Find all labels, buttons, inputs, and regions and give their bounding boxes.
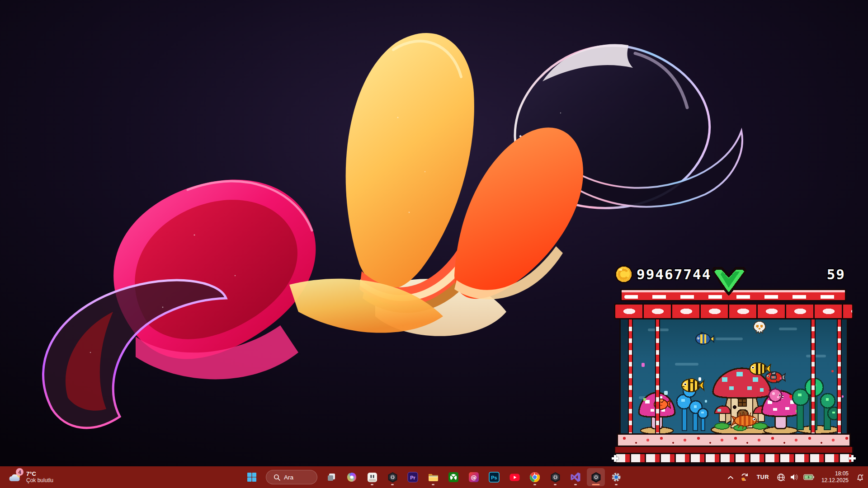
chrome-icon — [529, 472, 540, 483]
unity-icon — [550, 472, 561, 483]
particle — [664, 391, 668, 395]
green-down-arrow-icon[interactable] — [710, 263, 749, 298]
volume-icon — [790, 473, 799, 481]
notification-center-button[interactable]: z — [853, 468, 867, 486]
aquarium-widget[interactable]: 99467744 59 — [614, 263, 854, 466]
particle — [831, 370, 834, 372]
unity-button[interactable] — [546, 468, 564, 486]
tank-floor — [617, 433, 851, 447]
unity-hub-button[interactable] — [383, 468, 401, 486]
tank-post — [837, 319, 842, 433]
task-view-button[interactable] — [322, 468, 340, 486]
battery-button[interactable] — [801, 468, 817, 486]
tank-shade-left — [621, 319, 628, 433]
tank-post — [811, 319, 816, 433]
coin-counter: 99467744 — [637, 266, 711, 282]
tank-post — [655, 319, 660, 433]
lionfish — [731, 410, 761, 431]
search-box[interactable]: Ara — [266, 470, 317, 484]
search-icon — [274, 474, 280, 481]
svg-text:z: z — [862, 474, 863, 476]
photoshop-button[interactable]: Ps — [485, 468, 503, 486]
folder-icon — [428, 472, 439, 483]
notification-bell-icon: z — [856, 473, 864, 482]
skull-bubble-icon — [751, 320, 768, 335]
water-streak — [779, 328, 797, 330]
tray-time: 18:05 — [821, 470, 849, 477]
svg-text:Pr: Pr — [410, 475, 415, 480]
plus-ornament — [612, 455, 618, 462]
volume-button[interactable] — [787, 468, 802, 486]
update-pending-icon — [740, 473, 749, 482]
unity-editor-icon — [590, 472, 602, 483]
water-streak — [716, 338, 743, 340]
tray-date: 12.12.2025 — [821, 477, 849, 484]
system-tray: TUR — [725, 466, 867, 488]
network-status-button[interactable] — [774, 468, 788, 486]
visual-studio-icon — [570, 472, 581, 483]
tray-overflow-button[interactable] — [725, 468, 736, 486]
chevron-up-icon — [727, 475, 734, 479]
battery-charging-icon — [803, 474, 814, 480]
file-explorer-button[interactable] — [424, 468, 442, 486]
update-pending-button[interactable] — [737, 468, 752, 486]
outlet-app-button[interactable] — [363, 468, 381, 486]
particle — [705, 400, 707, 403]
pufferfish — [766, 386, 784, 404]
angelfish — [693, 330, 715, 347]
premiere-pro-button[interactable]: Pr — [404, 468, 422, 486]
photoshop-icon: Ps — [489, 472, 500, 483]
particle — [642, 363, 645, 367]
chrome-button[interactable] — [526, 468, 544, 486]
level-counter: 59 — [827, 266, 845, 282]
premiere-pro-icon: Pr — [407, 472, 418, 483]
water-streak — [675, 363, 698, 366]
visual-studio-button[interactable] — [566, 468, 585, 486]
tank-base-band — [614, 447, 854, 453]
svg-text:Ps: Ps — [491, 475, 497, 480]
gear-icon — [611, 472, 622, 483]
youtube-button[interactable] — [505, 468, 524, 486]
particle — [698, 377, 701, 381]
robot-fish — [764, 370, 786, 385]
tank-candy-bar — [614, 303, 854, 319]
language-indicator[interactable]: TUR — [753, 468, 773, 486]
xbox-button[interactable] — [444, 468, 462, 486]
windows-logo-icon — [247, 472, 257, 482]
clock[interactable]: 18:05 12.12.2025 — [818, 468, 852, 486]
youtube-icon — [509, 472, 520, 483]
copilot-icon — [346, 472, 357, 483]
tank-post — [628, 319, 633, 433]
no-internet-icon — [777, 473, 785, 482]
plus-ornament — [849, 455, 856, 462]
desktop: 99467744 59 — [0, 0, 868, 488]
search-label: Ara — [284, 474, 293, 481]
unity-editor-button[interactable] — [587, 468, 605, 486]
tank-base-stripes — [615, 453, 853, 464]
taskbar: 4 7°C Çok bulutlu Ara — [0, 466, 868, 488]
unity-hub-icon — [387, 472, 398, 483]
at-symbol-app-icon: @ — [468, 472, 479, 483]
task-view-icon — [326, 472, 336, 482]
outlet-app-icon — [367, 472, 378, 483]
tank-water — [619, 319, 848, 433]
particle — [780, 377, 782, 380]
svg-text:@: @ — [471, 474, 477, 481]
at-symbol-app-button[interactable]: @ — [465, 468, 483, 486]
water-streak — [806, 355, 826, 357]
start-button[interactable] — [243, 468, 261, 486]
copilot-button[interactable] — [343, 468, 361, 486]
settings-button[interactable] — [607, 468, 625, 486]
xbox-icon — [448, 472, 459, 483]
coin-icon — [614, 264, 634, 284]
